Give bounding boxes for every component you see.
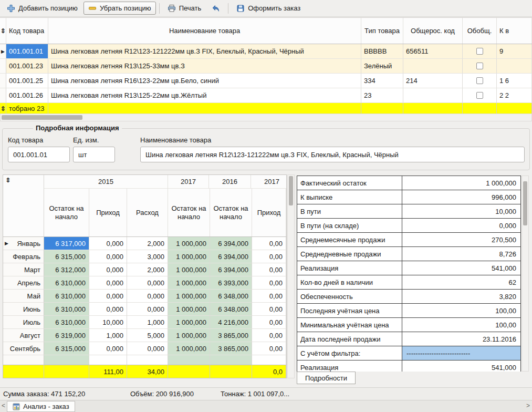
property-row[interactable]: Реализация541,000 bbox=[297, 261, 521, 275]
undo-button[interactable] bbox=[207, 2, 225, 15]
value-cell[interactable]: 4 216,000 bbox=[210, 316, 252, 329]
place-order-button[interactable]: Оформить заказ bbox=[232, 2, 305, 15]
property-value-cell[interactable]: ---------------------------- bbox=[402, 346, 520, 360]
remove-position-button[interactable]: Убрать позицию bbox=[84, 2, 156, 15]
tab-scroll-right-icon[interactable]: > bbox=[526, 402, 530, 409]
product-row[interactable]: 001.001.26Шина легковая летняя R13\125-2… bbox=[0, 88, 532, 103]
scrollbar-thumb[interactable] bbox=[289, 176, 293, 205]
print-button[interactable]: Печать bbox=[163, 2, 206, 15]
month-cell[interactable]: ▶Январь bbox=[3, 237, 44, 250]
value-cell[interactable]: 0,00 bbox=[252, 342, 286, 355]
year-header-2015[interactable]: 2015 bbox=[44, 175, 168, 189]
product-kv-cell[interactable] bbox=[497, 59, 532, 74]
value-cell[interactable]: 0,00 bbox=[252, 329, 286, 342]
property-row[interactable]: Обеспеченность3,820 bbox=[297, 289, 521, 304]
property-label-cell[interactable]: Последняя учётная цена bbox=[297, 304, 402, 317]
property-label-cell[interactable]: Обеспеченность bbox=[297, 290, 402, 303]
tab-analysis-order[interactable]: Анализ - заказ bbox=[7, 401, 75, 412]
product-row[interactable]: ▶001.001.01Шина легковая летняя R12\123-… bbox=[0, 44, 532, 59]
value-cell[interactable]: 0,000 bbox=[127, 303, 168, 316]
product-okp-cell[interactable] bbox=[403, 88, 463, 103]
month-cell[interactable]: Апрель bbox=[3, 276, 44, 290]
product-name-cell[interactable]: Шина легковая летняя R13\125-33мм цв.З bbox=[48, 59, 361, 74]
add-position-button[interactable]: Добавить позицию bbox=[2, 2, 82, 15]
product-generalize-cell[interactable] bbox=[463, 74, 497, 88]
product-row[interactable]: 001.001.25Шина легковая летняя R16\123-2… bbox=[0, 74, 532, 88]
property-value-cell[interactable]: 996,000 bbox=[402, 190, 520, 204]
property-value-cell[interactable]: 0,000 bbox=[402, 219, 520, 232]
property-label-cell[interactable]: Реализация bbox=[297, 360, 402, 372]
monthly-vertical-scrollbar[interactable] bbox=[287, 174, 295, 378]
value-cell[interactable]: 1 000,000 bbox=[168, 237, 210, 250]
value-cell[interactable]: 0,000 bbox=[127, 290, 168, 303]
column-header-okp[interactable]: Общерос. код bbox=[403, 18, 463, 44]
scrollbar-thumb[interactable] bbox=[2, 115, 82, 120]
product-code-cell[interactable]: 001.001.01 bbox=[6, 44, 48, 59]
property-value-cell[interactable]: 270,500 bbox=[402, 233, 520, 246]
property-row[interactable]: Среднедневные продажи8,726 bbox=[297, 246, 521, 261]
product-generalize-cell[interactable] bbox=[463, 88, 497, 103]
value-cell[interactable]: 6 315,000 bbox=[44, 342, 89, 355]
product-code-cell[interactable]: 001.001.26 bbox=[6, 88, 48, 103]
product-name-cell[interactable]: Шина легковая летняя R16\123-22мм цв.Бел… bbox=[48, 74, 361, 88]
product-generalize-cell[interactable] bbox=[463, 44, 497, 59]
product-okp-cell[interactable] bbox=[403, 59, 463, 74]
product-okp-cell[interactable]: 214 bbox=[403, 74, 463, 88]
value-cell[interactable]: 1 000,000 bbox=[168, 316, 210, 329]
value-cell[interactable]: 6 393,000 bbox=[210, 276, 252, 290]
value-cell[interactable]: 0,00 bbox=[252, 316, 286, 329]
value-cell[interactable]: 6 394,000 bbox=[210, 263, 252, 276]
product-type-cell[interactable]: ВВВВВ bbox=[361, 44, 403, 59]
products-horizontal-scrollbar[interactable] bbox=[0, 114, 532, 121]
property-label-cell[interactable]: Среднемесячные продажи bbox=[297, 233, 402, 246]
column-header-general[interactable]: Обобщ. bbox=[463, 18, 497, 44]
product-code-cell[interactable]: 001.001.25 bbox=[6, 74, 48, 88]
month-row[interactable]: Май6 310,0000,0000,0001 000,0006 348,000… bbox=[3, 290, 286, 303]
value-cell[interactable]: 3 865,000 bbox=[210, 342, 252, 355]
month-row[interactable]: Февраль6 315,0000,0003,0001 000,0006 394… bbox=[3, 250, 286, 263]
product-kv-cell[interactable]: 2 2 bbox=[497, 88, 532, 103]
property-value-cell[interactable]: 10,000 bbox=[402, 204, 520, 218]
value-cell[interactable]: 3,000 bbox=[127, 250, 168, 263]
year-header-2016[interactable]: 2016 bbox=[209, 175, 251, 189]
property-row[interactable]: К выписке996,000 bbox=[297, 190, 521, 204]
value-cell[interactable]: 3 865,000 bbox=[210, 329, 252, 342]
property-row[interactable]: В пути10,000 bbox=[297, 204, 521, 219]
column-header-opening-2015[interactable]: Остаток на начало bbox=[44, 189, 89, 236]
property-label-cell[interactable]: С учётом фильтра: bbox=[297, 346, 402, 360]
unit-field[interactable] bbox=[73, 147, 115, 162]
month-cell[interactable]: Февраль bbox=[3, 250, 44, 263]
month-row[interactable]: Апрель6 310,0000,0000,0001 000,0006 393,… bbox=[3, 276, 286, 290]
value-cell[interactable]: 6 348,000 bbox=[210, 303, 252, 316]
value-cell[interactable]: 0,000 bbox=[89, 276, 127, 290]
month-row-clipped[interactable] bbox=[3, 355, 286, 366]
value-cell[interactable] bbox=[127, 355, 168, 366]
month-cell[interactable]: Сентябрь bbox=[3, 342, 44, 355]
generalize-checkbox[interactable] bbox=[476, 77, 483, 84]
month-row[interactable]: Июль6 310,00010,0001,0001 000,0004 216,0… bbox=[3, 316, 286, 329]
value-cell[interactable]: 6 310,000 bbox=[44, 276, 89, 290]
property-label-cell[interactable]: Дата последней продажи bbox=[297, 332, 402, 346]
value-cell[interactable] bbox=[89, 355, 127, 366]
value-cell[interactable]: 1 000,000 bbox=[168, 342, 210, 355]
month-cell[interactable]: Май bbox=[3, 290, 44, 303]
value-cell[interactable]: 0,000 bbox=[89, 237, 127, 250]
property-label-cell[interactable]: В пути (на складе) bbox=[297, 219, 402, 232]
value-cell[interactable]: 6 317,000 bbox=[44, 237, 89, 250]
generalize-checkbox[interactable] bbox=[476, 92, 483, 99]
code-field[interactable] bbox=[8, 147, 70, 162]
column-header-type[interactable]: Тип товара bbox=[361, 18, 403, 44]
property-row[interactable]: Среднемесячные продажи270,500 bbox=[297, 232, 521, 247]
value-cell[interactable]: 1 000,000 bbox=[168, 329, 210, 342]
product-name-cell[interactable]: Шина легковая летняя R12\123-121222мм цв… bbox=[48, 44, 361, 59]
value-cell[interactable] bbox=[44, 355, 89, 366]
value-cell[interactable]: 0,00 bbox=[252, 237, 286, 250]
value-cell[interactable]: 0,00 bbox=[252, 290, 286, 303]
generalize-checkbox[interactable] bbox=[476, 48, 483, 55]
properties-vertical-scrollbar[interactable] bbox=[521, 176, 529, 372]
value-cell[interactable]: 1 000,000 bbox=[168, 290, 210, 303]
column-header-name[interactable]: Наименование товара bbox=[48, 18, 361, 44]
property-value-cell[interactable]: 23.11.2016 bbox=[402, 332, 520, 346]
month-cell[interactable]: Июнь bbox=[3, 303, 44, 316]
tab-scroll-left-icon[interactable]: < bbox=[2, 402, 5, 409]
